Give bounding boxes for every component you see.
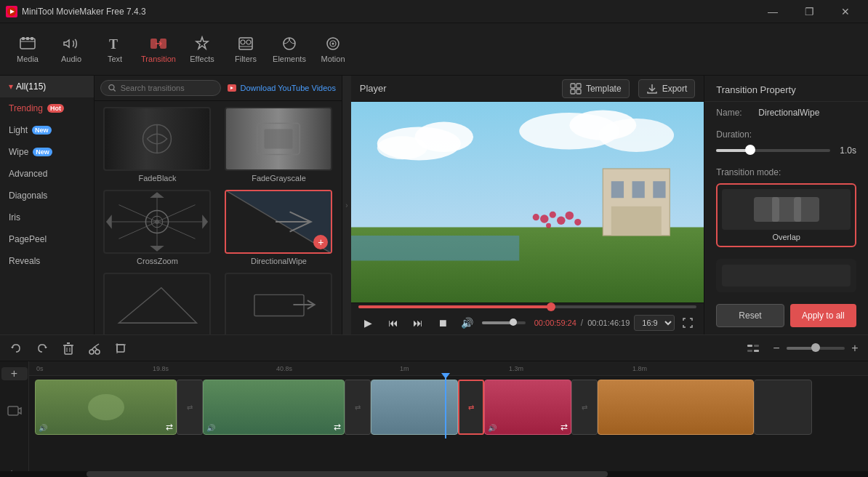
stop-button[interactable]: ⏹ (433, 313, 453, 333)
transition-clip-selected[interactable]: ⇄ (458, 380, 484, 435)
toolbar-audio[interactable]: Audio (49, 28, 93, 71)
svg-rect-4 (26, 37, 29, 40)
download-youtube-btn[interactable]: Download YouTube Videos (227, 83, 336, 93)
mode-overlap[interactable]: Overlap (716, 183, 856, 247)
category-iris[interactable]: Iris (0, 207, 94, 228)
fadeblack-thumbnail (105, 107, 209, 171)
export-button[interactable]: Export (638, 79, 696, 98)
transition-fadeblack[interactable]: FadeBlack (100, 107, 214, 183)
progress-bar[interactable] (358, 305, 697, 308)
step-back-button[interactable]: ⏮ (383, 313, 403, 333)
svg-point-66 (565, 212, 574, 220)
timeline-scrollbar[interactable] (0, 471, 868, 477)
toolbar-filters[interactable]: Filters (224, 28, 268, 71)
second-mode-section (704, 253, 868, 298)
playhead[interactable] (445, 376, 446, 438)
transition-clip-4[interactable]: ⇄ (571, 380, 598, 435)
video-clip-5[interactable] (598, 380, 754, 435)
mode-second[interactable] (716, 259, 856, 292)
step-forward-button[interactable]: ⏭ (408, 313, 428, 333)
transition-fadegrayscale[interactable]: FadeGrayscale (222, 107, 336, 183)
panel-collapse-handle[interactable]: › (342, 76, 351, 334)
search-input[interactable] (121, 84, 214, 92)
category-diagonals[interactable]: Diagonals (0, 185, 94, 207)
svg-rect-76 (772, 197, 801, 222)
extra1-thumbnail (105, 273, 209, 334)
play-button[interactable]: ▶ (358, 313, 379, 333)
category-reveals[interactable]: Reveals (0, 250, 94, 272)
video-clip-6[interactable] (754, 380, 812, 435)
toolbar-elements[interactable]: Elements (268, 28, 311, 71)
category-all[interactable]: ▾ All(115) (0, 76, 94, 97)
transitions-toolbar: Download YouTube Videos (95, 76, 342, 101)
cut-button[interactable] (84, 338, 105, 358)
svg-point-67 (574, 219, 581, 225)
toolbar-motion[interactable]: Motion (311, 28, 355, 71)
search-box[interactable] (100, 80, 221, 96)
undo-button[interactable] (6, 338, 26, 358)
category-trending[interactable]: Trending Hot (0, 97, 94, 119)
aspect-ratio-select[interactable]: 16:9 9:16 1:1 (634, 315, 675, 331)
transition-crosszoom[interactable]: CrossZoom (100, 190, 214, 265)
zoom-slider[interactable] (787, 347, 845, 350)
timeline-toolbar: − + (0, 335, 868, 361)
svg-rect-47 (226, 273, 331, 334)
video-clip-4[interactable]: 🔊 ⇄ (484, 380, 571, 435)
svg-rect-71 (653, 181, 665, 198)
player-area: Player Template Export (351, 76, 704, 334)
video-clip-2[interactable]: 🔊 ⇄ (203, 380, 345, 435)
transition-clip-1[interactable]: ⇄ (177, 380, 203, 435)
minimize-button[interactable]: — (756, 0, 789, 23)
transitions-grid: FadeBlack (95, 101, 342, 334)
total-time: 00:01:46:19 (587, 318, 630, 327)
svg-line-84 (92, 347, 95, 350)
toolbar-text[interactable]: T Text (93, 28, 137, 71)
timeline-main[interactable]: 0s 19.8s 40.8s 1m 1.3m 1.8m (29, 361, 868, 471)
overlap-mode-visual (750, 191, 823, 228)
reset-button[interactable]: Reset (716, 304, 784, 327)
youtube-icon (227, 83, 237, 93)
transition-extra2[interactable] (222, 273, 336, 334)
category-pagepeel[interactable]: PagePeel (0, 228, 94, 250)
maximize-button[interactable]: ❐ (792, 0, 826, 23)
transition-clip-2[interactable]: ⇄ (345, 380, 371, 435)
tracks-container: 🔊 ⇄ ⇄ 🔊 ⇄ ⇄ (29, 376, 868, 438)
toolbar-effects[interactable]: Effects (180, 28, 224, 71)
svg-rect-52 (576, 89, 581, 94)
track-settings-btn[interactable] (743, 338, 763, 358)
duration-slider[interactable]: 1.0s (716, 145, 856, 156)
redo-button[interactable] (32, 338, 52, 358)
crop-button[interactable] (110, 338, 131, 358)
svg-point-56 (377, 136, 427, 159)
volume-control[interactable] (482, 321, 526, 324)
delete-button[interactable] (58, 338, 79, 358)
duration-section: Duration: 1.0s (704, 124, 868, 161)
add-track-btn[interactable]: + (1, 367, 28, 380)
template-button[interactable]: Template (562, 79, 630, 98)
transition-extra1[interactable] (100, 273, 214, 334)
transition-directionalwipe[interactable]: + DirectionalWipe (222, 190, 336, 265)
apply-all-button[interactable]: Apply to all (790, 304, 856, 327)
svg-rect-27 (265, 129, 293, 148)
toolbar-media[interactable]: Media (6, 28, 49, 71)
template-icon (570, 83, 582, 95)
toolbar-transition[interactable]: Transition (137, 28, 180, 71)
player-header: Player Template Export (351, 76, 704, 102)
category-light[interactable]: Light New (0, 119, 94, 141)
close-button[interactable]: ✕ (829, 0, 862, 23)
category-wipe[interactable]: Wipe New (0, 141, 94, 163)
svg-line-85 (95, 347, 97, 350)
zoom-out-btn[interactable]: − (769, 342, 784, 355)
zoom-in-btn[interactable]: + (848, 342, 862, 355)
fullscreen-button[interactable] (679, 314, 696, 332)
svg-rect-94 (8, 406, 18, 415)
svg-rect-44 (105, 273, 209, 334)
svg-rect-51 (571, 89, 575, 94)
svg-rect-91 (754, 345, 759, 347)
video-clip-1[interactable]: 🔊 ⇄ (35, 380, 177, 435)
svg-point-59 (598, 119, 674, 152)
svg-rect-72 (611, 207, 662, 236)
volume-icon[interactable]: 🔊 (457, 313, 478, 333)
svg-point-63 (532, 214, 539, 220)
category-advanced[interactable]: Advanced (0, 163, 94, 185)
